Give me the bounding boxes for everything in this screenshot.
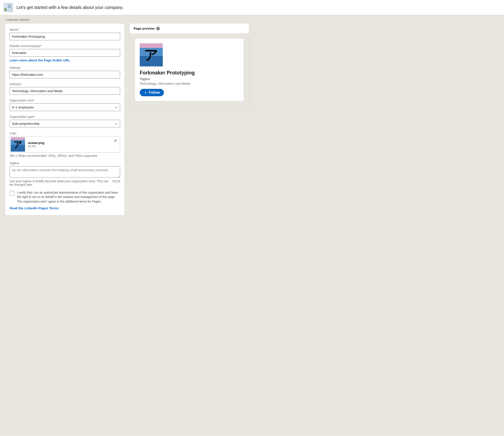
logo-label: Logo: [9, 131, 120, 135]
logo-filesize: 28 KB: [28, 145, 119, 148]
preview-header-title: Page preview: [134, 27, 154, 30]
tagline-label: Tagline: [9, 161, 120, 165]
logo-help-text: 300 x 300px recommended. JPGs, JPEGs, an…: [9, 154, 120, 158]
learn-more-url-link[interactable]: Learn more about the Page Public URL: [9, 58, 70, 62]
name-label: Name*: [9, 28, 120, 31]
field-tagline: Tagline Use your tagline to briefly desc…: [9, 161, 120, 186]
industry-input[interactable]: [9, 87, 120, 95]
website-label: Website: [9, 66, 120, 69]
field-industry: Industry*: [9, 82, 120, 95]
required-indicator-note: * indicates required: [5, 15, 499, 24]
page-title: Let's get started with a few details abo…: [17, 5, 123, 10]
plus-icon: ＋: [144, 91, 148, 94]
tagline-help-text: Use your tagline to briefly describe wha…: [9, 179, 109, 186]
industry-label: Industry*: [9, 82, 120, 86]
verify-text: I verify that I am an authorized represe…: [17, 190, 120, 204]
field-website: Website: [9, 66, 120, 78]
url-label: linkedin.com/company/*: [9, 44, 120, 48]
preview-card: Page preview ? ア Forkmaker Prototyping T…: [130, 24, 249, 106]
preview-industry: Technology, Information and Media: [140, 82, 239, 85]
preview-tagline: Tagline: [140, 77, 239, 81]
org-type-label: Organization type*: [9, 115, 120, 119]
name-input[interactable]: [9, 33, 120, 40]
help-icon[interactable]: ?: [156, 27, 160, 30]
field-name: Name*: [9, 28, 120, 40]
page-header: Let's get started with a few details abo…: [0, 0, 504, 15]
logo-upload-box[interactable]: ア avatar.png 28 KB ✕: [9, 136, 120, 153]
url-input[interactable]: [9, 49, 120, 57]
field-url: linkedin.com/company/* Learn more about …: [9, 44, 120, 62]
pages-terms-link[interactable]: Read the LinkedIn Pages Terms: [9, 206, 59, 210]
preview-company-card: ア Forkmaker Prototyping Tagline Technolo…: [135, 38, 244, 101]
field-logo: Logo ア avatar.png 28 KB ✕ 300 x 300px re…: [9, 131, 120, 158]
field-org-type: Organization type* Sole proprietorship: [9, 115, 120, 127]
org-size-label: Organization size*: [9, 99, 120, 102]
logo-thumbnail: ア: [11, 137, 25, 152]
company-type-icon: [3, 3, 13, 12]
website-input[interactable]: [9, 71, 120, 78]
org-size-select[interactable]: 0–1 employees: [9, 103, 120, 111]
follow-button[interactable]: ＋ Follow: [140, 89, 164, 96]
logo-filename: avatar.png: [28, 141, 119, 145]
preview-logo: ア: [140, 43, 163, 66]
tagline-char-count: 0/120: [113, 179, 120, 183]
remove-logo-button[interactable]: ✕: [114, 139, 117, 143]
follow-button-label: Follow: [149, 91, 160, 94]
field-org-size: Organization size* 0–1 employees: [9, 99, 120, 111]
form-card: Name* linkedin.com/company/* Learn more …: [5, 24, 125, 215]
preview-company-name: Forkmaker Prototyping: [140, 70, 239, 76]
verify-checkbox[interactable]: [9, 191, 14, 195]
verify-row: I verify that I am an authorized represe…: [9, 190, 120, 204]
org-type-select[interactable]: Sole proprietorship: [9, 120, 120, 127]
tagline-textarea[interactable]: [9, 166, 120, 177]
